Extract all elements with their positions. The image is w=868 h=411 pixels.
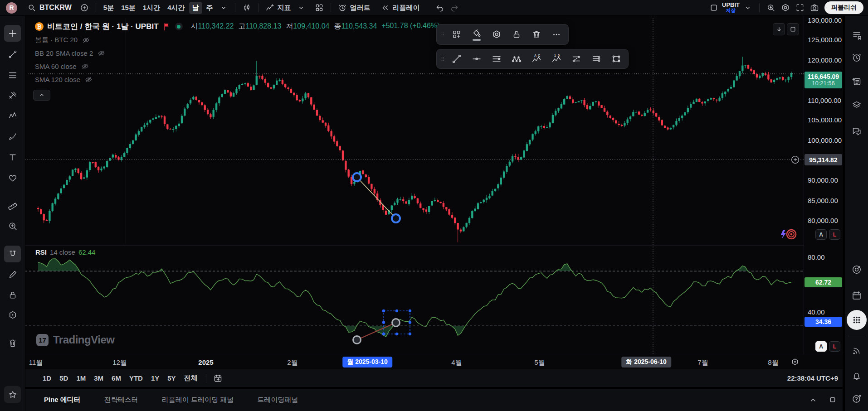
tool-emoji[interactable] xyxy=(4,169,21,186)
layout-select-button[interactable] xyxy=(707,2,721,14)
compare-add-button[interactable] xyxy=(77,2,92,14)
tool-fib-retracement[interactable] xyxy=(4,67,21,83)
chart-style-button[interactable] xyxy=(239,2,254,14)
time-axis-settings-icon[interactable] xyxy=(790,357,800,367)
redo-button[interactable] xyxy=(447,2,462,14)
tool-screener[interactable] xyxy=(850,263,863,276)
indicator-legend-row[interactable]: SMA 60 close xyxy=(35,61,439,71)
tool-alerts[interactable] xyxy=(850,51,863,64)
panel-collapse-chevron-icon[interactable] xyxy=(809,396,817,404)
tool-hide-drawings[interactable] xyxy=(4,306,21,323)
timeframe-5분[interactable]: 5분 xyxy=(100,2,117,14)
tool-object-tree[interactable] xyxy=(850,75,863,88)
symbol-title[interactable]: 비트코인 / 한국 원 · 1날 · UPBIT xyxy=(47,21,159,32)
rsi-legend[interactable]: RSI 14 close 62.44 xyxy=(35,248,95,256)
range-1D[interactable]: 1D xyxy=(39,372,55,384)
eye-slash-icon[interactable] xyxy=(82,36,90,44)
tool-crosshair[interactable] xyxy=(4,25,21,42)
chart-area[interactable]: ₿ 비트코인 / 한국 원 · 1날 · UPBIT 시110,342.22고1… xyxy=(25,15,804,355)
settings-gear-icon[interactable] xyxy=(778,2,793,14)
timeframe-날[interactable]: 날 xyxy=(189,2,202,14)
tool-pitchfork[interactable] xyxy=(4,87,21,103)
range-3M[interactable]: 3M xyxy=(90,372,107,384)
time-axis[interactable]: 11월12월20252월4월5월7월8월월 2025-03-10화 2025-0… xyxy=(25,355,843,369)
tool-brush[interactable] xyxy=(4,128,21,145)
tab-Pine 에디터[interactable]: Pine 에디터 xyxy=(44,396,81,404)
range-YTD[interactable]: YTD xyxy=(125,372,147,384)
tool-lock-all[interactable] xyxy=(4,286,21,303)
trash-button[interactable] xyxy=(527,27,546,42)
snapshot-camera-icon[interactable] xyxy=(807,2,822,14)
layout-grid-button[interactable] xyxy=(312,2,327,14)
paint-bucket-button[interactable] xyxy=(468,27,486,42)
eye-slash-icon[interactable] xyxy=(81,62,89,71)
favorite-tool-xabcd-pattern[interactable] xyxy=(507,51,526,67)
tool-bar-pattern[interactable] xyxy=(4,107,21,124)
drag-handle-icon[interactable] xyxy=(439,27,446,42)
tool-magnet[interactable] xyxy=(4,246,21,262)
favorite-tool-flat-channel[interactable] xyxy=(587,51,605,67)
more-button[interactable] xyxy=(547,27,566,42)
indicator-templates-chevron-icon[interactable] xyxy=(294,2,308,14)
range-5Y[interactable]: 5Y xyxy=(163,372,180,384)
range-전체[interactable]: 전체 xyxy=(180,372,202,384)
favorite-tool-trend-line[interactable] xyxy=(448,51,466,67)
unlock-button[interactable] xyxy=(507,27,526,42)
timeframe-15분[interactable]: 15분 xyxy=(118,2,139,14)
replay-button[interactable]: 리플레이 xyxy=(378,2,423,14)
clock-timezone[interactable]: 22:38:04 UTC+9 xyxy=(787,374,838,382)
tab-트레이딩패널[interactable]: 트레이딩패널 xyxy=(257,396,298,404)
favorite-tool-disjoint-channel[interactable] xyxy=(567,51,585,67)
layout-chevron-icon[interactable] xyxy=(741,2,755,14)
log-scale-button[interactable]: L xyxy=(829,229,840,240)
add-alert-plus-icon[interactable] xyxy=(790,155,800,164)
tool-measure[interactable] xyxy=(4,196,21,213)
publish-button[interactable]: 퍼블리쉬 xyxy=(824,1,863,14)
tool-trend-line[interactable] xyxy=(4,46,21,63)
user-avatar[interactable]: R xyxy=(6,2,17,14)
tool-text[interactable] xyxy=(4,149,21,165)
flag-icon[interactable] xyxy=(162,22,171,31)
tool-remove-drawings[interactable] xyxy=(4,334,21,351)
tool-broadcast[interactable] xyxy=(850,344,863,358)
tool-help[interactable] xyxy=(850,392,863,406)
goto-date-button[interactable] xyxy=(210,372,225,384)
tool-zoom-in[interactable] xyxy=(4,218,21,234)
price-scale[interactable]: 130,000.00125,000.00120,000.00110,000.00… xyxy=(804,15,843,355)
eye-slash-icon[interactable] xyxy=(84,75,93,84)
undo-button[interactable] xyxy=(433,2,447,14)
favorite-tool-elliott-correction[interactable]: AC xyxy=(527,51,546,67)
tool-chat[interactable] xyxy=(850,125,863,138)
eye-slash-icon[interactable] xyxy=(97,49,106,58)
tab-리플레이 트레이딩 패널[interactable]: 리플레이 트레이딩 패널 xyxy=(162,396,234,404)
scroll-to-recent-button[interactable] xyxy=(773,23,785,35)
log-scale-button[interactable]: L xyxy=(829,341,840,352)
tool-calendar[interactable] xyxy=(850,289,863,302)
layout-name-save[interactable]: UPBIT 저장 xyxy=(722,2,740,13)
symbol-search-button[interactable]: BTCKRW xyxy=(27,3,72,12)
alert-button[interactable]: 얼러트 xyxy=(335,2,373,14)
auto-scale-button[interactable]: A xyxy=(815,341,827,352)
timeframe-주[interactable]: 주 xyxy=(203,2,216,14)
technicals-gauge-icon[interactable] xyxy=(778,228,800,240)
tool-notifications[interactable] xyxy=(850,369,863,383)
maximize-pane-button[interactable] xyxy=(787,23,799,35)
indicator-legend-row[interactable]: 볼륨 · BTC 20 xyxy=(35,35,439,45)
tool-layers[interactable] xyxy=(850,98,863,112)
market-status-icon[interactable] xyxy=(175,23,183,30)
timeframe-4시간[interactable]: 4시간 xyxy=(164,2,188,14)
favorite-tool-rectangle[interactable] xyxy=(607,51,625,67)
indicator-legend-row[interactable]: SMA 120 close xyxy=(35,74,439,84)
panel-maximize-icon[interactable] xyxy=(829,396,836,404)
quick-search-icon[interactable] xyxy=(764,2,778,14)
drag-handle-icon[interactable] xyxy=(439,51,446,67)
tool-watchlist[interactable] xyxy=(850,29,863,42)
tool-favorites[interactable] xyxy=(4,386,21,403)
tab-전략테스터[interactable]: 전략테스터 xyxy=(104,396,138,404)
indicators-button[interactable]: 지표 xyxy=(263,2,294,14)
auto-scale-button[interactable]: A xyxy=(815,229,827,240)
favorite-tool-parallel-channel[interactable] xyxy=(488,51,506,67)
template-button[interactable] xyxy=(448,27,466,42)
favorite-tool-horizontal-line[interactable] xyxy=(468,51,486,67)
indicator-legend-row[interactable]: BB 20 SMA close 2 xyxy=(35,48,439,58)
